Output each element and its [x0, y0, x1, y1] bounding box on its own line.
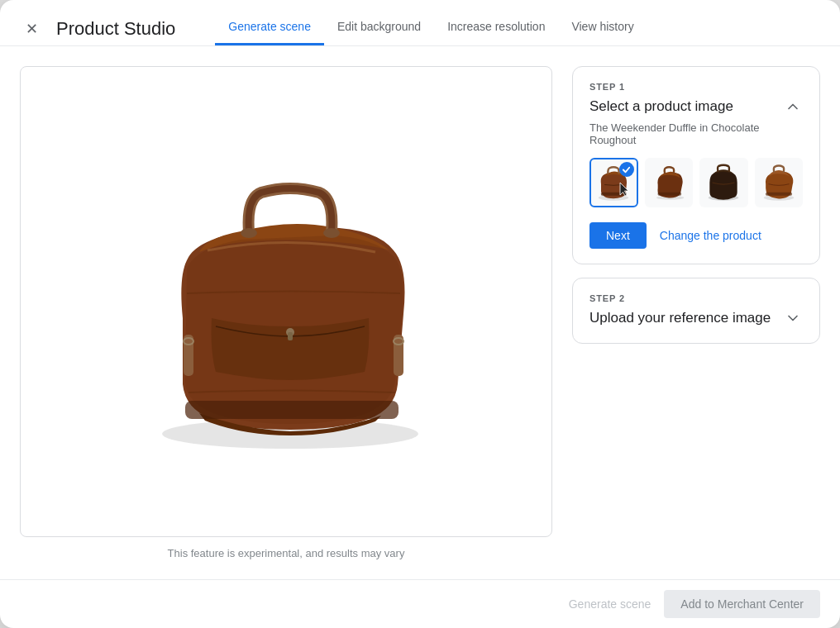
step1-collapse-icon[interactable] [783, 97, 803, 117]
footer: Generate scene Add to Merchant Center [0, 579, 840, 628]
tab-view-history[interactable]: View history [558, 12, 647, 45]
svg-rect-1 [185, 401, 399, 419]
app-title: Product Studio [56, 18, 175, 40]
thumbnail-4[interactable] [755, 158, 804, 207]
tab-edit-background[interactable]: Edit background [324, 12, 434, 45]
step2-expand-icon[interactable] [783, 308, 803, 328]
step2-label: STEP 2 [589, 293, 803, 303]
step1-label: STEP 1 [589, 82, 803, 92]
right-panel: STEP 1 Select a product image The Weeken… [572, 66, 820, 559]
thumbnail-1[interactable] [589, 158, 638, 207]
thumbnail-2[interactable] [645, 158, 694, 207]
add-to-merchant-button: Add to Merchant Center [664, 590, 820, 618]
left-panel: This feature is experimental, and result… [20, 66, 552, 559]
product-image-container [20, 66, 552, 537]
svg-rect-16 [766, 193, 792, 196]
thumbnail-3[interactable] [699, 158, 748, 207]
product-image-svg [112, 128, 460, 475]
svg-rect-11 [601, 193, 627, 196]
tab-increase-resolution[interactable]: Increase resolution [434, 12, 558, 45]
svg-rect-13 [657, 193, 680, 196]
close-button[interactable]: ✕ [20, 17, 43, 40]
step2-card: STEP 2 Upload your reference image [572, 278, 820, 344]
nav-tabs: Generate scene Edit background Increase … [215, 12, 820, 45]
close-icon: ✕ [26, 20, 38, 38]
step2-header: Upload your reference image [589, 308, 803, 328]
svg-point-8 [241, 228, 257, 238]
selected-check-badge [619, 162, 634, 177]
svg-rect-3 [288, 332, 293, 340]
step1-header: Select a product image [589, 97, 803, 117]
tab-generate-scene[interactable]: Generate scene [215, 12, 324, 45]
change-product-button[interactable]: Change the product [660, 229, 761, 242]
app-window: ✕ Product Studio Generate scene Edit bac… [0, 0, 840, 628]
generate-scene-button: Generate scene [569, 597, 651, 611]
svg-point-9 [323, 228, 340, 238]
header: ✕ Product Studio Generate scene Edit bac… [0, 0, 840, 46]
step1-card: STEP 1 Select a product image The Weeken… [572, 66, 820, 264]
step1-subtitle: The Weekender Duffle in Chocolate Rougho… [589, 121, 803, 146]
step1-actions: Next Change the product [589, 222, 803, 249]
thumbnail-list [589, 158, 803, 207]
image-caption: This feature is experimental, and result… [168, 547, 405, 559]
svg-rect-5 [394, 335, 403, 376]
next-button[interactable]: Next [589, 222, 647, 249]
step2-title: Upload your reference image [589, 310, 771, 326]
svg-rect-4 [184, 335, 193, 376]
step1-title: Select a product image [589, 98, 733, 115]
content-area: This feature is experimental, and result… [0, 46, 840, 579]
